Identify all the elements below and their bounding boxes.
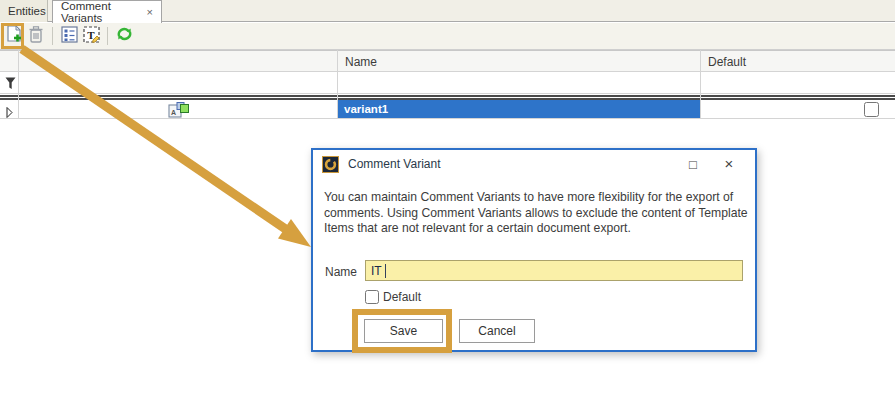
default-checkbox-row: Default [365,290,421,304]
dialog-description: You can maintain Comment Variants to hav… [324,190,748,237]
grid-vline [700,50,701,119]
grid-filter-row[interactable] [0,72,895,94]
grid-header-row: Name Default [0,50,895,72]
comment-variant-dialog: Comment Variant □ × You can maintain Com… [311,148,757,352]
tab-comment-variants-label: Comment Variants [61,0,140,24]
toolbar-separator [107,27,108,45]
cell-variant-name[interactable]: variant1 [338,100,700,118]
default-checkbox-label: Default [383,290,421,304]
comment-variant-item-icon: A [168,101,190,122]
filter-funnel-icon [5,76,16,94]
toolbar-separator [52,27,53,45]
tab-comment-variants-close-icon[interactable]: × [147,7,153,18]
row-indicator-icon [6,104,13,122]
rename-text-icon: T [83,26,100,47]
rename-button[interactable]: T [80,25,102,47]
cancel-button[interactable]: Cancel [459,319,535,343]
column-header-default[interactable]: Default [701,51,895,73]
tab-entities[interactable]: Entities × [0,0,48,22]
refresh-button[interactable] [113,25,135,47]
grid-vline [337,50,338,119]
tab-bar: Entities × Comment Variants × [0,0,895,22]
annotation-box-new-button [1,23,24,49]
text-caret [385,264,386,278]
grid-vline [18,50,19,119]
refresh-icon [116,26,133,46]
svg-text:A: A [171,109,176,116]
properties-list-icon [61,26,78,47]
tab-entities-label: Entities [8,5,46,17]
delete-button[interactable] [25,25,47,47]
maximize-button[interactable]: □ [683,154,703,174]
tab-comment-variants[interactable]: Comment Variants × [52,0,162,23]
annotation-box-save-button [352,309,452,353]
name-input[interactable] [365,260,743,281]
table-row[interactable]: A variant1 [0,100,895,119]
name-input-field[interactable] [366,262,742,281]
toolbar: T [0,23,895,50]
properties-button[interactable] [58,25,80,47]
trash-icon [28,26,44,47]
app-logo-icon [322,156,339,173]
row-default-checkbox[interactable] [864,102,879,117]
column-header-name[interactable]: Name [338,51,700,73]
name-field-label: Name [325,265,357,279]
default-checkbox[interactable] [365,290,379,304]
close-icon[interactable]: × [719,153,739,173]
dialog-title: Comment Variant [348,157,440,171]
